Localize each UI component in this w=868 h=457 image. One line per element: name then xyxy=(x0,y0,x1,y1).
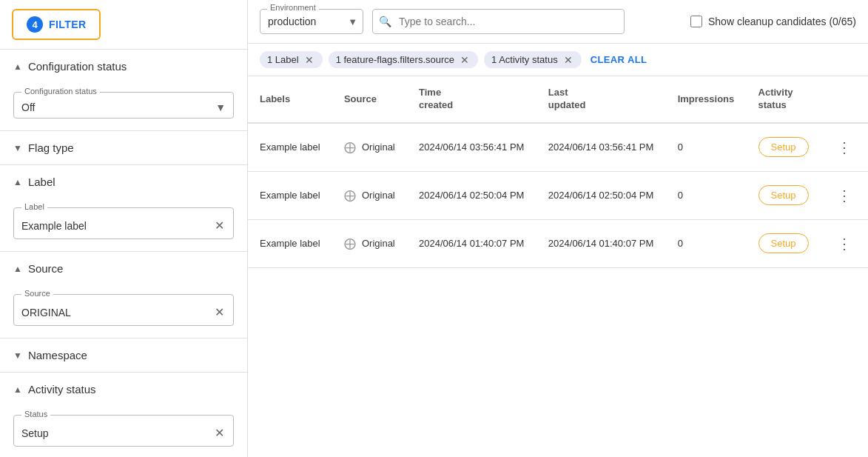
section-configuration-status: ▲ Configuration status Configuration sta… xyxy=(0,50,247,131)
environment-wrapper: Environment production staging developme… xyxy=(260,9,363,34)
row3-activity-status: Setup xyxy=(747,219,821,267)
setup-button-row3[interactable]: Setup xyxy=(758,233,809,253)
source-clear-button[interactable]: ✕ xyxy=(213,304,226,321)
label-field: Label Example label ✕ xyxy=(13,207,234,239)
table-row: Example label ⨁ Original 2024/06/14 01:4… xyxy=(248,219,868,267)
sidebar: 4 FILTER ▲ Configuration status Configur… xyxy=(0,0,248,457)
table-container: Labels Source Time created Last updated xyxy=(248,76,868,457)
chips-row: 1 Label ✕ 1 feature-flags.filters.source… xyxy=(248,44,868,76)
source-value: ORIGINAL xyxy=(21,307,213,318)
search-icon: 🔍 xyxy=(379,16,391,27)
filter-button[interactable]: 4 FILTER xyxy=(12,9,101,40)
source-icon: ⨁ xyxy=(344,236,356,250)
section-flag-type: ▼ Flag type xyxy=(0,131,247,165)
section-header-activity-status[interactable]: ▲ Activity status xyxy=(0,373,247,406)
source-field: Source ORIGINAL ✕ xyxy=(13,294,234,326)
table-header-row: Labels Source Time created Last updated xyxy=(248,76,868,123)
label-clear-button[interactable]: ✕ xyxy=(213,217,226,234)
label-field-label: Label xyxy=(21,202,47,211)
col-actions xyxy=(821,76,868,123)
row2-labels: Example label xyxy=(248,171,332,219)
row3-actions: ⋮ xyxy=(821,219,868,267)
chip-source-close[interactable]: ✕ xyxy=(459,55,471,65)
col-last-updated: Last updated xyxy=(536,76,666,123)
row3-source: ⨁ Original xyxy=(332,219,407,267)
source-field-label: Source xyxy=(21,289,53,298)
row3-time-created: 2024/06/14 01:40:07 PM xyxy=(407,219,536,267)
section-header-configuration-status[interactable]: ▲ Configuration status xyxy=(0,50,247,83)
row1-activity-status: Setup xyxy=(747,123,821,172)
environment-select[interactable]: production staging development xyxy=(260,9,363,34)
row1-last-updated: 2024/06/14 03:56:41 PM xyxy=(536,123,666,172)
chevron-up-icon-source: ▲ xyxy=(13,264,22,274)
activity-status-clear-button[interactable]: ✕ xyxy=(213,424,226,441)
section-namespace: ▼ Namespace xyxy=(0,338,247,373)
chevron-up-icon-activity: ▲ xyxy=(13,384,22,395)
section-content-label: Label Example label ✕ xyxy=(0,199,247,251)
section-header-source[interactable]: ▲ Source xyxy=(0,252,247,285)
col-source: Source xyxy=(332,76,407,123)
candidates-checkbox[interactable] xyxy=(690,16,702,27)
row2-actions: ⋮ xyxy=(821,171,868,219)
configuration-status-field: Configuration status Off ▼ xyxy=(13,92,234,119)
clear-all-button[interactable]: CLEAR ALL xyxy=(591,54,647,65)
section-title-configuration-status: Configuration status xyxy=(28,60,127,73)
row1-impressions: 0 xyxy=(666,123,747,172)
activity-status-field: Status Setup ✕ xyxy=(13,415,234,447)
chip-label-close[interactable]: ✕ xyxy=(303,55,315,65)
chip-label-text: 1 Label xyxy=(267,54,299,65)
configuration-status-dropdown[interactable]: ▼ xyxy=(215,101,226,113)
chip-activity-text: 1 Activity status xyxy=(491,54,558,65)
source-icon: ⨁ xyxy=(344,140,356,154)
row1-time-created: 2024/06/14 03:56:41 PM xyxy=(407,123,536,172)
section-header-namespace[interactable]: ▼ Namespace xyxy=(0,338,247,372)
configuration-status-value: Off xyxy=(21,101,215,113)
chip-activity-status: 1 Activity status ✕ xyxy=(484,51,582,68)
candidates-wrapper: Show cleanup candidates (0/65) xyxy=(690,16,856,27)
row3-last-updated: 2024/06/14 01:40:07 PM xyxy=(536,219,666,267)
row2-impressions: 0 xyxy=(666,171,747,219)
section-title-activity-status: Activity status xyxy=(28,383,96,396)
row2-source: ⨁ Original xyxy=(332,171,407,219)
environment-label: Environment xyxy=(267,3,319,12)
row2-time-created: 2024/06/14 02:50:04 PM xyxy=(407,171,536,219)
activity-status-value: Setup xyxy=(21,427,213,439)
section-header-flag-type[interactable]: ▼ Flag type xyxy=(0,131,247,164)
chip-label: 1 Label ✕ xyxy=(260,51,323,68)
table-row: Example label ⨁ Original 2024/06/14 02:5… xyxy=(248,171,868,219)
col-labels: Labels xyxy=(248,76,332,123)
row3-labels: Example label xyxy=(248,219,332,267)
more-menu-button-row2[interactable]: ⋮ xyxy=(832,184,856,207)
row3-impressions: 0 xyxy=(666,219,747,267)
chip-source-text: 1 feature-flags.filters.source xyxy=(336,54,454,65)
col-impressions: Impressions xyxy=(666,76,747,123)
setup-button-row2[interactable]: Setup xyxy=(758,185,809,205)
setup-button-row1[interactable]: Setup xyxy=(758,137,809,157)
main-content: Environment production staging developme… xyxy=(248,0,868,457)
more-menu-button-row1[interactable]: ⋮ xyxy=(832,136,856,159)
section-activity-status: ▲ Activity status Status Setup ✕ xyxy=(0,373,247,457)
filter-label: FILTER xyxy=(49,19,86,30)
section-content-activity-status: Status Setup ✕ xyxy=(0,406,247,457)
activity-status-field-label: Status xyxy=(21,410,50,418)
source-icon: ⨁ xyxy=(344,188,356,202)
section-title-label: Label xyxy=(28,176,55,188)
col-time-created: Time created xyxy=(407,76,536,123)
row1-actions: ⋮ xyxy=(821,123,868,172)
label-value: Example label xyxy=(21,220,213,232)
table-row: Example label ⨁ Original 2024/06/14 03:5… xyxy=(248,123,868,172)
search-group: 🔍 xyxy=(372,9,625,34)
chevron-down-icon: ▼ xyxy=(13,143,22,153)
topbar: Environment production staging developme… xyxy=(248,0,868,44)
search-input[interactable] xyxy=(396,10,618,33)
candidates-label: Show cleanup candidates (0/65) xyxy=(708,16,856,27)
chevron-down-icon-namespace: ▼ xyxy=(13,350,22,361)
main-table: Labels Source Time created Last updated xyxy=(248,76,868,268)
section-content-source: Source ORIGINAL ✕ xyxy=(0,285,247,338)
section-title-source: Source xyxy=(28,262,64,275)
section-header-label[interactable]: ▲ Label xyxy=(0,165,247,199)
more-menu-button-row3[interactable]: ⋮ xyxy=(832,232,856,256)
chip-activity-close[interactable]: ✕ xyxy=(562,55,574,65)
filter-badge: 4 xyxy=(27,16,43,33)
filter-button-row: 4 FILTER xyxy=(0,0,247,50)
